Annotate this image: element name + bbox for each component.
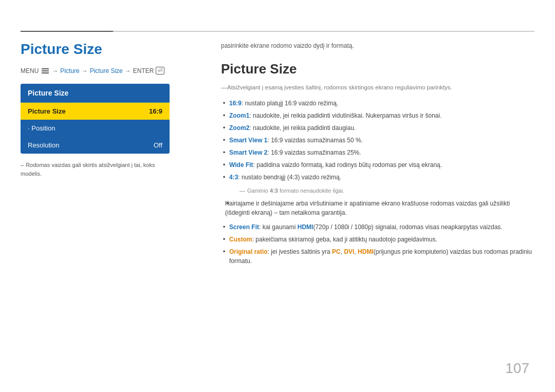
- bullet-list-3: Screen Fit: kai gaunami HDMI(720p / 1080…: [221, 221, 534, 267]
- bullet-custom: Custom: pakeičiama skiriamoji geba, kad …: [221, 233, 534, 246]
- left-footnote: Rodomas vaizdas gali skirtis atsižvelgia…: [21, 161, 170, 178]
- left-panel: Picture Size MENU → Picture → Picture Si…: [21, 41, 206, 178]
- kw-43: 4:3: [229, 174, 238, 181]
- kw-custom: Custom: [229, 236, 252, 243]
- kw-hdmi-sf: HDMI: [298, 223, 313, 231]
- kw-zoom2: Zoom2: [229, 124, 249, 132]
- kw-wf: Wide Fit: [229, 161, 253, 169]
- subnote-43: Gaminio 4:3 formato nenaudokite ilgai.: [229, 186, 534, 195]
- bullet-zoom1-text: : naudokite, jei reikia padidinti viduti…: [249, 112, 441, 119]
- breadcrumb-arrow2: →: [82, 67, 88, 74]
- enter-icon: ⏎: [156, 67, 164, 74]
- breadcrumb: MENU → Picture → Picture Size → ENTER ⏎: [21, 67, 206, 74]
- bullet-widefit: Wide Fit: padidina vaizdo formatą, kad r…: [221, 159, 534, 171]
- bullet-originalratio: Original ratio: jei įvesties šaltinis yr…: [221, 246, 534, 267]
- breadcrumb-arrow1: →: [52, 67, 58, 74]
- menu-item-picturesize-value: 16:9: [149, 107, 162, 115]
- bullet-zoom1: Zoom1: naudokite, jei reikia padidinti v…: [221, 109, 534, 122]
- right-note: Atsižvelgiant į esamą įvesties šaltinį, …: [221, 83, 534, 92]
- bullet-burnin: Kairiajame ir dešiniajame arba viršutini…: [225, 197, 534, 219]
- bullet-screenfit: Screen Fit: kai gaunami HDMI(720p / 1080…: [221, 221, 534, 233]
- menu-box: Picture Size Picture Size 16:9 · Positio…: [21, 84, 170, 154]
- menu-item-picturesize-label: Picture Size: [28, 107, 66, 115]
- menu-item-picturesize[interactable]: Picture Size 16:9: [21, 103, 170, 120]
- kw-sv2: Smart View 2: [229, 149, 267, 156]
- kw-screenfit: Screen Fit: [229, 223, 259, 231]
- menu-item-position-label: · Position: [28, 124, 55, 132]
- bullet-or-text1: : jei įvesties šaltinis yra: [268, 248, 332, 255]
- kw-169: 16:9: [229, 100, 242, 107]
- bullet-zoom2: Zoom2: naudokite, jei reikia padidinti d…: [221, 122, 534, 134]
- kw-dvi: DVI: [344, 248, 354, 255]
- right-title: Picture Size: [221, 61, 534, 77]
- menu-header: Picture Size: [21, 84, 170, 103]
- menu-item-resolution-value: Off: [154, 141, 162, 149]
- page-title: Picture Size: [21, 41, 206, 58]
- menu-item-resolution[interactable]: Resolution Off: [21, 137, 170, 154]
- bullet-sv1-text: : 16:9 vaizdas sumažinamas 50 %.: [267, 137, 362, 144]
- menu-icon: [42, 68, 49, 73]
- bullet-169-text: : nustato platųjį 16:9 vaizdo režimą.: [242, 100, 338, 107]
- page-number: 107: [505, 360, 529, 377]
- kw-sv1: Smart View 1: [229, 137, 267, 144]
- menu-item-resolution-label: Resolution: [28, 141, 59, 149]
- top-divider-accent: [21, 31, 113, 32]
- bullet-list-2: Kairiajame ir dešiniajame arba viršutini…: [225, 197, 534, 219]
- right-intro: pasirinkite ekrane rodomo vaizdo dydį ir…: [221, 41, 534, 51]
- bullet-wf-text: : padidina vaizdo formatą, kad rodinys b…: [253, 161, 442, 169]
- right-panel: pasirinkite ekrane rodomo vaizdo dydį ir…: [221, 41, 534, 270]
- breadcrumb-picturesize: Picture Size: [90, 67, 123, 74]
- bullet-zoom2-text: : naudokite, jei reikia padidinti daugia…: [249, 124, 356, 132]
- bullet-43: 4:3: nustato bendrąjį (4:3) vaizdo režim…: [221, 171, 534, 183]
- menu-item-position[interactable]: · Position: [21, 120, 170, 137]
- bullet-custom-text: : pakeičiama skiriamoji geba, kad ji ati…: [252, 236, 437, 243]
- bullet-169: 16:9: nustato platųjį 16:9 vaizdo režimą…: [221, 97, 534, 109]
- breadcrumb-picture: Picture: [60, 67, 79, 74]
- bullet-smartview1: Smart View 1: 16:9 vaizdas sumažinamas 5…: [221, 134, 534, 146]
- kw-zoom1: Zoom1: [229, 112, 249, 119]
- bullet-smartview2: Smart View 2: 16:9 vaizdas sumažinamas 2…: [221, 146, 534, 159]
- breadcrumb-enter: ENTER: [133, 67, 154, 74]
- bullet-43-text: : nustato bendrąjį (4:3) vaizdo režimą.: [238, 174, 341, 181]
- kw-pc: PC: [332, 248, 341, 255]
- bullet-list: 16:9: nustato platųjį 16:9 vaizdo režimą…: [221, 97, 534, 183]
- kw-hdmi-or: HDMI: [358, 248, 374, 255]
- right-note-text: Atsižvelgiant į esamą įvesties šaltinį, …: [227, 84, 452, 90]
- kw-original: Original ratio: [229, 248, 268, 255]
- bullet-sv2-text: : 16:9 vaizdas sumažinamas 25%.: [267, 149, 361, 156]
- bullet-sf-text2: (720p / 1080i / 1080p) signalai, rodomas…: [313, 223, 502, 231]
- bullet-sf-text: : kai gaunami: [259, 223, 298, 231]
- breadcrumb-menu: MENU: [21, 67, 39, 74]
- breadcrumb-arrow3: →: [125, 67, 131, 74]
